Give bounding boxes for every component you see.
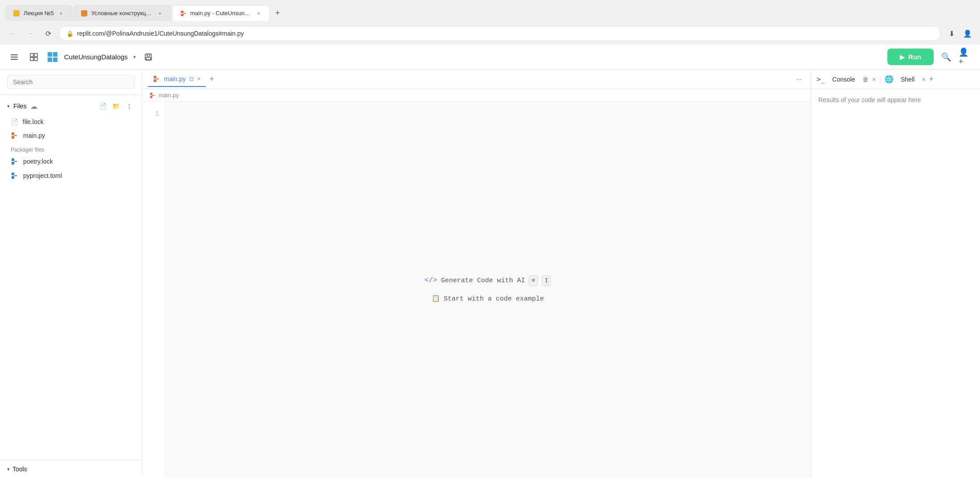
code-example-row[interactable]: 📋 Start with a code example — [432, 294, 544, 305]
editor-breadcrumb: main.py — [143, 89, 811, 102]
svg-rect-8 — [30, 58, 33, 61]
console-close-button[interactable]: × — [872, 76, 876, 83]
svg-rect-3 — [11, 54, 18, 55]
tab-1[interactable]: Лекция №5 × — [5, 5, 72, 21]
grid-icon — [29, 53, 38, 62]
tab-1-title: Лекция №5 — [24, 10, 54, 16]
main-area: ▾ Files ☁ 📄 📁 ⋮ 📄 file.lock — [0, 70, 980, 478]
new-folder-button[interactable]: 📁 — [110, 100, 122, 112]
sidebar-toggle-button[interactable] — [7, 50, 21, 64]
download-icon[interactable]: ⬇ — [944, 26, 959, 41]
forward-button[interactable]: → — [23, 26, 37, 41]
svg-marker-25 — [12, 176, 14, 179]
file-item-main-py[interactable]: main.py — [7, 129, 135, 142]
poetry-lock-name: poetry.lock — [23, 158, 53, 165]
code-example-icon: 📋 — [432, 294, 440, 305]
refresh-button[interactable]: ⟳ — [41, 26, 55, 41]
back-button[interactable]: ← — [5, 26, 20, 41]
ai-hint-panel: </> Generate Code with AI ⌘ I 📋 Start wi… — [425, 275, 551, 305]
tab-2[interactable]: Условные конструкции - Go... × — [73, 5, 171, 21]
console-tabs: >_ Console 🗑 × | 🌐 Shell × + — [811, 70, 980, 89]
tab-1-close[interactable]: × — [57, 10, 65, 17]
editor-tab-main-py-label: main.py — [164, 75, 186, 82]
main-py-replit-icon — [11, 132, 19, 140]
file-lock-name: file.lock — [23, 118, 44, 125]
editor-tab-main-py[interactable]: main.py ⊡ × — [148, 72, 206, 87]
svg-marker-21 — [14, 161, 17, 162]
tab-2-close[interactable]: × — [156, 10, 163, 17]
file-item-poetry-lock[interactable]: poetry.lock — [7, 155, 135, 168]
line-numbers: 1 — [143, 102, 165, 478]
new-tab-button[interactable]: + — [271, 6, 284, 20]
editor-content: 1 </> Generate Code with AI ⌘ I 📋 Start … — [143, 102, 811, 478]
files-section-title: Files — [13, 103, 27, 110]
svg-marker-17 — [12, 132, 14, 135]
replit-favicon-icon — [180, 10, 187, 17]
save-button[interactable] — [141, 50, 155, 64]
address-field[interactable]: 🔒 replit.com/@PolinaAndrusie1/CuteUnsung… — [59, 26, 941, 41]
lock-icon: 🔒 — [66, 30, 74, 37]
run-play-icon: ▶ — [900, 54, 905, 61]
shell-tab[interactable]: Shell — [897, 72, 918, 87]
editor-area: main.py ⊡ × + ··· main.py 1 — [143, 70, 811, 478]
user-button[interactable]: 👤+ — [959, 50, 973, 64]
svg-rect-10 — [48, 52, 52, 57]
editor-tab-save-icon[interactable]: ⊡ — [189, 76, 194, 82]
svg-marker-23 — [12, 173, 14, 175]
svg-marker-29 — [150, 93, 152, 95]
tools-arrow: ▾ — [7, 466, 10, 472]
packager-files-label: Packager files — [7, 143, 135, 155]
generate-code-label: Generate Code with AI — [441, 276, 525, 286]
search-input[interactable] — [7, 75, 135, 89]
editor-tab-add-button[interactable]: + — [209, 74, 214, 84]
project-name[interactable]: CuteUnsungDatalogs — [64, 53, 128, 61]
file-lock-icon: 📄 — [11, 118, 18, 125]
files-section-header: ▾ Files ☁ 📄 📁 ⋮ — [7, 100, 135, 112]
console-tab[interactable]: Console — [829, 72, 858, 87]
address-bar-row: ← → ⟳ 🔒 replit.com/@PolinaAndrusie1/Cute… — [0, 22, 980, 45]
generate-code-row[interactable]: </> Generate Code with AI ⌘ I — [425, 275, 551, 287]
console-label: Console — [832, 76, 855, 83]
svg-rect-5 — [11, 59, 18, 60]
new-file-button[interactable]: 📄 — [97, 100, 108, 112]
svg-marker-20 — [12, 158, 14, 161]
code-editor[interactable]: </> Generate Code with AI ⌘ I 📋 Start wi… — [165, 102, 811, 478]
editor-tab-close-icon[interactable]: × — [197, 76, 200, 82]
favicon-yellow-icon — [13, 10, 20, 16]
header-right-actions: 🔍 👤+ — [939, 50, 973, 64]
svg-marker-24 — [14, 175, 17, 176]
pyproject-toml-name: pyproject.toml — [23, 172, 62, 179]
tab-3-close[interactable]: × — [255, 10, 262, 17]
svg-marker-1 — [184, 13, 186, 14]
shell-close-button[interactable]: × — [922, 76, 925, 83]
tab-3[interactable]: main.py - CuteUnsungDatalog... × — [172, 5, 270, 21]
console-clear-button[interactable]: 🗑 — [862, 76, 869, 83]
cloud-sync-icon: ☁ — [30, 102, 37, 111]
tab-2-favicon — [81, 10, 88, 17]
pyproject-replit-icon — [11, 172, 19, 180]
file-item-pyproject-toml[interactable]: pyproject.toml — [7, 169, 135, 182]
replit-app: CuteUnsungDatalogs ▾ ▶ Run 🔍 👤+ — [0, 45, 980, 478]
search-button[interactable]: 🔍 — [939, 50, 953, 64]
files-section-arrow[interactable]: ▾ — [7, 103, 10, 109]
grid-icon-button[interactable] — [27, 50, 41, 64]
tools-label[interactable]: ▾ Tools — [7, 466, 135, 473]
file-item-file-lock[interactable]: 📄 file.lock — [7, 115, 135, 128]
svg-rect-11 — [53, 52, 57, 57]
tab-1-favicon — [13, 10, 20, 17]
files-more-button[interactable]: ⋮ — [123, 100, 135, 112]
code-example-label: Start with a code example — [444, 294, 544, 305]
svg-rect-6 — [30, 54, 33, 57]
svg-marker-26 — [154, 76, 156, 78]
project-dropdown-arrow[interactable]: ▾ — [133, 54, 136, 60]
tab-bar: Лекция №5 × Условные конструкции - Go...… — [0, 0, 980, 22]
console-empty-message: Results of your code will appear here — [818, 96, 921, 103]
kbd-i: I — [542, 275, 551, 286]
profile-icon[interactable]: 👤 — [960, 26, 975, 41]
run-button[interactable]: ▶ Run — [887, 49, 934, 65]
console-add-button[interactable]: + — [929, 74, 934, 84]
line-number-1: 1 — [148, 109, 159, 119]
svg-marker-0 — [181, 11, 184, 13]
editor-tab-more-button[interactable]: ··· — [792, 74, 805, 85]
shell-label: Shell — [901, 76, 915, 83]
